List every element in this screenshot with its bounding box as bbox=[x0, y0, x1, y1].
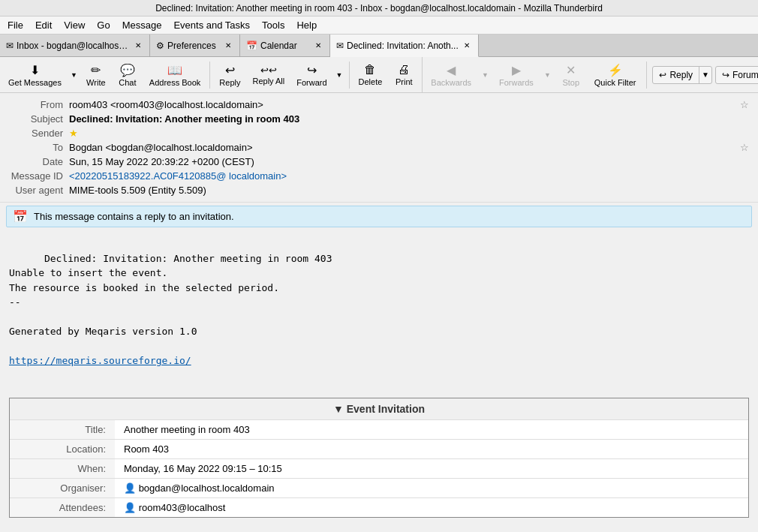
forward-button[interactable]: ↪ Forward bbox=[291, 60, 332, 90]
reply-all-label: Reply All bbox=[252, 77, 284, 86]
forward-chevron: ▼ bbox=[336, 71, 343, 79]
forwards-dropdown[interactable]: ▼ bbox=[542, 68, 553, 82]
preferences-tab-icon: ⚙ bbox=[156, 41, 164, 51]
reply-icon: ↩ bbox=[225, 63, 235, 77]
body-link[interactable]: https://meqaris.sourceforge.io/ bbox=[9, 355, 191, 366]
backwards-label: Backwards bbox=[431, 78, 471, 87]
tab-declined-label: Declined: Invitation: Anoth... bbox=[347, 41, 459, 51]
event-attendees-value: 👤 room403@localhost bbox=[115, 498, 748, 518]
get-messages-dropdown[interactable]: ▼ bbox=[68, 68, 80, 82]
organiser-value-text: bogdan@localhost.localdomain bbox=[139, 482, 275, 494]
left-toolbar: ⬇ Get Messages ▼ ✏ Write 💬 Chat 📖 Addres… bbox=[0, 57, 423, 93]
quick-filter-label: Quick Filter bbox=[594, 78, 636, 87]
backwards-icon: ◀ bbox=[447, 63, 456, 77]
toolbar-sep-3 bbox=[646, 62, 647, 89]
reply-split-icon: ↩ bbox=[659, 70, 666, 80]
tab-inbox-close[interactable]: ✕ bbox=[133, 41, 143, 50]
write-icon: ✏ bbox=[91, 63, 101, 77]
event-title-label: Title: bbox=[10, 420, 115, 440]
menu-events-tasks[interactable]: Events and Tasks bbox=[169, 18, 254, 32]
attendees-value-text: room403@localhost bbox=[139, 502, 226, 513]
menu-help[interactable]: Help bbox=[292, 18, 321, 32]
email-scroll[interactable]: From room403 <room403@localhost.localdom… bbox=[0, 93, 758, 532]
tab-inbox-label: Inbox - bogdan@localhost.loc... bbox=[17, 41, 130, 51]
event-when-label: When: bbox=[10, 459, 115, 479]
event-header: ▼ Event Invitation bbox=[10, 398, 748, 419]
email-body: Declined: Invitation: Another meeting in… bbox=[0, 230, 758, 389]
event-when-row: When: Monday, 16 May 2022 09:15 – 10:15 bbox=[10, 459, 748, 479]
date-label: Date bbox=[9, 156, 69, 167]
reply-split-main[interactable]: ↩ Reply bbox=[653, 67, 699, 83]
write-label: Write bbox=[86, 78, 105, 87]
from-label: From bbox=[9, 99, 69, 110]
sender-value: ★ bbox=[69, 128, 749, 139]
title-bar: Declined: Invitation: Another meeting in… bbox=[0, 0, 758, 17]
menu-view[interactable]: View bbox=[59, 18, 89, 32]
chat-button[interactable]: 💬 Chat bbox=[113, 60, 143, 90]
get-messages-button[interactable]: ⬇ Get Messages bbox=[3, 60, 67, 90]
forwards-button[interactable]: ▶ Forwards bbox=[494, 60, 539, 90]
tab-preferences-close[interactable]: ✕ bbox=[223, 41, 233, 50]
tab-calendar[interactable]: 📅 Calendar ✕ bbox=[240, 35, 330, 56]
to-star-icon[interactable]: ☆ bbox=[740, 142, 749, 153]
tab-calendar-label: Calendar bbox=[260, 41, 310, 51]
menu-message[interactable]: Message bbox=[118, 18, 167, 32]
sender-star-icon[interactable]: ★ bbox=[69, 128, 78, 139]
stop-button[interactable]: ✕ Stop bbox=[556, 60, 586, 90]
tab-preferences[interactable]: ⚙ Preferences ✕ bbox=[150, 35, 240, 56]
delete-label: Delete bbox=[359, 77, 383, 86]
tab-preferences-label: Preferences bbox=[167, 41, 220, 51]
toolbars: ⬇ Get Messages ▼ ✏ Write 💬 Chat 📖 Addres… bbox=[0, 57, 758, 93]
menu-bar: File Edit View Go Message Events and Tas… bbox=[0, 17, 758, 35]
forwards-label: Forwards bbox=[499, 78, 534, 87]
stop-label: Stop bbox=[562, 78, 579, 87]
reply-all-button[interactable]: ↩↩ Reply All bbox=[247, 62, 290, 89]
forwards-icon: ▶ bbox=[512, 63, 521, 77]
email-headers: From room403 <room403@localhost.localdom… bbox=[0, 93, 758, 203]
attendees-person-icon: 👤 bbox=[124, 502, 136, 513]
reply-button[interactable]: ↩ Reply bbox=[214, 60, 245, 90]
print-button[interactable]: 🖨 Print bbox=[389, 60, 419, 89]
toolbar-sep-1 bbox=[209, 62, 210, 89]
user-agent-row: User agent MIME-tools 5.509 (Entity 5.50… bbox=[9, 183, 749, 197]
write-button[interactable]: ✏ Write bbox=[81, 60, 111, 90]
event-attendees-label: Attendees: bbox=[10, 498, 115, 518]
tab-declined[interactable]: ✉ Declined: Invitation: Anoth... ✕ bbox=[330, 35, 479, 57]
forum-split-main[interactable]: ↪ Forum bbox=[716, 67, 758, 83]
forum-split-button: ↪ Forum bbox=[715, 66, 758, 84]
get-messages-label: Get Messages bbox=[8, 78, 62, 87]
menu-go[interactable]: Go bbox=[92, 18, 114, 32]
from-star-icon[interactable]: ☆ bbox=[740, 99, 749, 110]
menu-file[interactable]: File bbox=[3, 18, 28, 32]
toolbar-sep-2 bbox=[349, 62, 350, 89]
backwards-dropdown[interactable]: ▼ bbox=[480, 68, 491, 82]
date-value: Sun, 15 May 2022 20:39:22 +0200 (CEST) bbox=[69, 156, 749, 167]
tab-calendar-close[interactable]: ✕ bbox=[313, 41, 323, 50]
event-table: Title: Another meeting in room 403 Locat… bbox=[10, 419, 748, 517]
backwards-button[interactable]: ◀ Backwards bbox=[426, 60, 477, 90]
message-id-row: Message ID <20220515183922.AC0F4120885@ … bbox=[9, 169, 749, 183]
address-book-button[interactable]: 📖 Address Book bbox=[144, 60, 206, 90]
inbox-tab-icon: ✉ bbox=[6, 41, 14, 51]
message-id-link[interactable]: <20220515183922.AC0F4120885@ localdomain… bbox=[69, 170, 287, 182]
sender-row: Sender ★ bbox=[9, 126, 749, 140]
tab-declined-close[interactable]: ✕ bbox=[462, 41, 472, 50]
menu-tools[interactable]: Tools bbox=[257, 18, 289, 32]
delete-button[interactable]: 🗑 Delete bbox=[353, 60, 388, 89]
event-title-value: Another meeting in room 403 bbox=[115, 420, 748, 440]
reply-split-arrow[interactable]: ▼ bbox=[699, 67, 711, 83]
forward-dropdown[interactable]: ▼ bbox=[334, 68, 345, 82]
tab-inbox[interactable]: ✉ Inbox - bogdan@localhost.loc... ✕ bbox=[0, 35, 150, 56]
menu-edit[interactable]: Edit bbox=[31, 18, 56, 32]
event-attendees-row: Attendees: 👤 room403@localhost bbox=[10, 498, 748, 518]
calendar-tab-icon: 📅 bbox=[246, 41, 257, 51]
sender-label: Sender bbox=[9, 128, 69, 139]
event-location-label: Location: bbox=[10, 440, 115, 459]
reply-split-button: ↩ Reply ▼ bbox=[652, 66, 712, 84]
from-row: From room403 <room403@localhost.localdom… bbox=[9, 98, 749, 112]
quick-filter-button[interactable]: ⚡ Quick Filter bbox=[589, 60, 642, 90]
print-icon: 🖨 bbox=[398, 63, 410, 77]
get-messages-chevron: ▼ bbox=[71, 71, 77, 79]
message-id-value: <20220515183922.AC0F4120885@ localdomain… bbox=[69, 170, 749, 182]
event-organiser-label: Organiser: bbox=[10, 479, 115, 498]
